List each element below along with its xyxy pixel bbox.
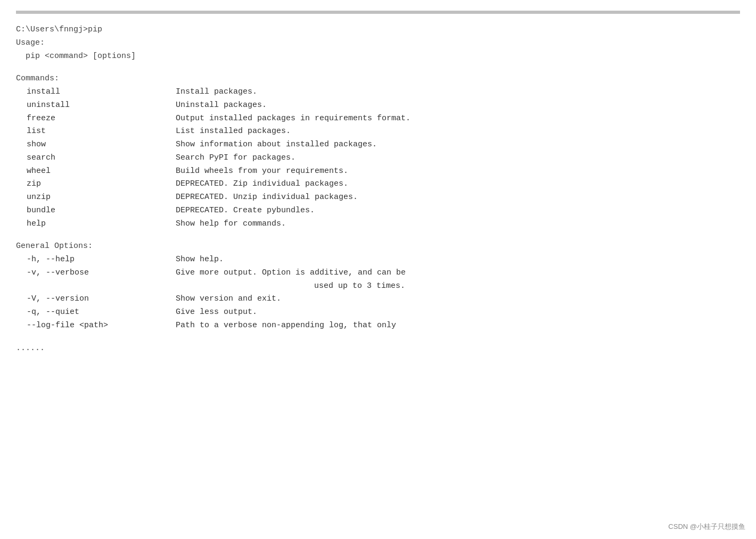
cmd-row-bundle: bundle DEPRECATED. Create pybundles. bbox=[16, 204, 740, 218]
cmd-desc-freeze: Output installed packages in requirement… bbox=[176, 112, 410, 126]
opt-desc-logfile: Path to a verbose non-appending log, tha… bbox=[176, 319, 396, 333]
cmd-row-unzip: unzip DEPRECATED. Unzip individual packa… bbox=[16, 191, 740, 204]
cmd-name-search: search bbox=[27, 152, 176, 165]
cmd-desc-search: Search PyPI for packages. bbox=[176, 152, 295, 165]
opt-desc-verbose: Give more output. Option is additive, an… bbox=[176, 267, 406, 280]
opt-row-quiet: -q, --quiet Give less output. bbox=[16, 306, 740, 319]
cmd-desc-list: List installed packages. bbox=[176, 125, 291, 138]
cmd-name-bundle: bundle bbox=[27, 204, 176, 218]
opt-desc-help: Show help. bbox=[176, 253, 224, 267]
usage-label: Usage: bbox=[16, 37, 740, 50]
cmd-desc-uninstall: Uninstall packages. bbox=[176, 99, 267, 112]
gap3 bbox=[16, 333, 740, 342]
cmd-name-install: install bbox=[27, 86, 176, 99]
terminal-content: C:\Users\fnngj>pip Usage: pip <command> … bbox=[16, 23, 740, 355]
cmd-row-help: help Show help for commands. bbox=[16, 218, 740, 231]
prompt-line: C:\Users\fnngj>pip bbox=[16, 23, 740, 37]
commands-header: Commands: bbox=[16, 72, 740, 86]
opt-row-version: -V, --version Show version and exit. bbox=[16, 293, 740, 306]
opt-desc-version: Show version and exit. bbox=[176, 293, 281, 306]
gap1 bbox=[16, 63, 740, 72]
opt-desc-verbose-cont: used up to 3 times. bbox=[16, 280, 740, 293]
watermark: CSDN @小桂子只想摸鱼 bbox=[668, 522, 745, 532]
cmd-name-wheel: wheel bbox=[27, 165, 176, 178]
cmd-desc-bundle: DEPRECATED. Create pybundles. bbox=[176, 204, 315, 218]
cmd-row-uninstall: uninstall Uninstall packages. bbox=[16, 99, 740, 112]
options-header: General Options: bbox=[16, 240, 740, 253]
cmd-desc-wheel: Build wheels from your requirements. bbox=[176, 165, 348, 178]
opt-desc-quiet: Give less output. bbox=[176, 306, 257, 319]
opt-row-help: -h, --help Show help. bbox=[16, 253, 740, 267]
cmd-name-zip: zip bbox=[27, 178, 176, 191]
opt-name-quiet: -q, --quiet bbox=[27, 306, 176, 319]
cmd-desc-zip: DEPRECATED. Zip individual packages. bbox=[176, 178, 348, 191]
cmd-name-show: show bbox=[27, 138, 176, 152]
cmd-name-unzip: unzip bbox=[27, 191, 176, 204]
top-bar bbox=[16, 11, 740, 14]
opt-name-version: -V, --version bbox=[27, 293, 176, 306]
opt-row-logfile: --log-file <path> Path to a verbose non-… bbox=[16, 319, 740, 333]
cmd-row-show: show Show information about installed pa… bbox=[16, 138, 740, 152]
cmd-row-search: search Search PyPI for packages. bbox=[16, 152, 740, 165]
cmd-row-install: install Install packages. bbox=[16, 86, 740, 99]
cmd-row-freeze: freeze Output installed packages in requ… bbox=[16, 112, 740, 126]
terminal-window: C:\Users\fnngj>pip Usage: pip <command> … bbox=[0, 0, 756, 539]
cmd-name-uninstall: uninstall bbox=[27, 99, 176, 112]
cmd-desc-install: Install packages. bbox=[176, 86, 257, 99]
opt-name-help: -h, --help bbox=[27, 253, 176, 267]
opt-name-logfile: --log-file <path> bbox=[27, 319, 176, 333]
gap2 bbox=[16, 230, 740, 240]
cmd-name-help: help bbox=[27, 218, 176, 231]
opt-row-verbose: -v, --verbose Give more output. Option i… bbox=[16, 267, 740, 280]
cmd-row-zip: zip DEPRECATED. Zip individual packages. bbox=[16, 178, 740, 191]
cmd-name-list: list bbox=[27, 125, 176, 138]
cmd-desc-unzip: DEPRECATED. Unzip individual packages. bbox=[176, 191, 358, 204]
usage-command: pip <command> [options] bbox=[16, 50, 740, 63]
cmd-desc-help: Show help for commands. bbox=[176, 218, 286, 231]
cmd-row-list: list List installed packages. bbox=[16, 125, 740, 138]
opt-name-verbose: -v, --verbose bbox=[27, 267, 176, 280]
cmd-name-freeze: freeze bbox=[27, 112, 176, 126]
ellipsis: ...... bbox=[16, 342, 740, 355]
cmd-desc-show: Show information about installed package… bbox=[176, 138, 377, 152]
cmd-row-wheel: wheel Build wheels from your requirement… bbox=[16, 165, 740, 178]
